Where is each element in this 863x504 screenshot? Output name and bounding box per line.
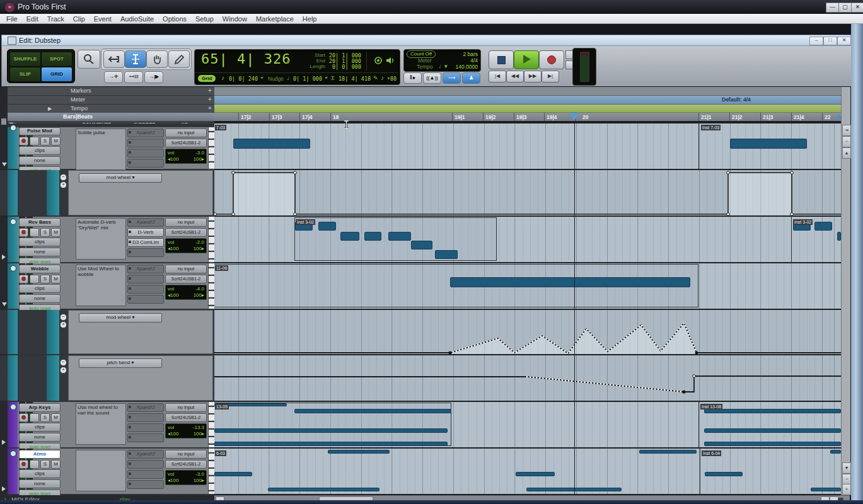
close-button[interactable]: ✕	[851, 3, 863, 13]
add-meter-button[interactable]: +	[208, 96, 212, 103]
track-lane-arp-keys[interactable]: 13-05 Inst 13-08	[214, 402, 841, 447]
link-timeline-edit-button[interactable]: ⊶⊟	[124, 71, 143, 83]
insert-slot[interactable]	[127, 149, 164, 158]
speaker-icon[interactable]	[385, 56, 394, 65]
grid-mode-button[interactable]: GRID	[41, 67, 72, 82]
clip-label[interactable]: 13-05	[215, 404, 229, 410]
output-selector[interactable]: Scrlt24USB1-2	[165, 228, 207, 237]
output-selector[interactable]: Scrlt24USB1-2	[165, 275, 207, 284]
lane-remove-button[interactable]: −	[60, 359, 67, 366]
zoom-in-vertical-button[interactable]: +	[842, 484, 851, 495]
solo-button[interactable]: S	[40, 275, 50, 284]
midi-note[interactable]	[450, 277, 690, 287]
output-selector[interactable]: Scrlt24USB1-2	[165, 413, 207, 422]
track-row-wobble[interactable]: Wobble S M clips none auto read Use Mod …	[0, 263, 214, 309]
insert-slot[interactable]	[127, 285, 164, 294]
input-monitor-button[interactable]	[30, 275, 39, 284]
bars-beats-ruler-header[interactable]: Bars|Beats	[0, 113, 214, 122]
solo-button[interactable]: S	[40, 413, 50, 422]
meter-ruler-band[interactable]: Default: 4/4	[214, 96, 850, 105]
midi-note[interactable]	[704, 428, 841, 433]
track-expand-icon[interactable]	[2, 163, 7, 166]
zoom-horizontal-button[interactable]: ⇥	[842, 125, 851, 136]
mod-wheel-automation-curve[interactable]	[214, 310, 841, 354]
pencil-tool-button[interactable]	[168, 50, 190, 68]
menu-event[interactable]: Event	[94, 15, 112, 23]
track-comments[interactable]: Use mod wheel to vari the sound	[76, 403, 126, 445]
velocity-value[interactable]: 80	[390, 76, 397, 82]
menu-edit[interactable]: Edit	[26, 15, 38, 23]
track-view-selector[interactable]: clips	[19, 469, 61, 478]
track-lane-wobble[interactable]: 11-06	[214, 263, 841, 309]
group-selector[interactable]: none	[19, 156, 61, 165]
midi-note[interactable]	[364, 232, 381, 241]
midi-note[interactable]	[328, 450, 390, 454]
insert-slot[interactable]	[127, 275, 164, 284]
clip-label[interactable]: Inst 6-04	[702, 450, 721, 456]
input-monitor-button[interactable]	[30, 413, 39, 422]
lane-remove-button[interactable]: −	[60, 314, 67, 321]
tempo-ruler-band[interactable]	[214, 105, 850, 113]
insert-slot[interactable]: Xpand!2	[127, 129, 164, 137]
grid-dropdown-icon[interactable]: ▼	[260, 76, 264, 80]
clip-label[interactable]: Inst 3-02	[793, 219, 813, 225]
fast-forward-button[interactable]: ▶▶	[524, 71, 542, 83]
insert-slot[interactable]	[127, 423, 164, 432]
track-row-atmo[interactable]: Atmo S M clips none auto read Xpand!2	[0, 449, 214, 494]
midi-note[interactable]	[214, 428, 448, 433]
output-meter-icon[interactable]	[374, 56, 383, 65]
menu-file[interactable]: File	[6, 15, 18, 23]
menu-window[interactable]: Window	[223, 15, 247, 23]
record-enable-button[interactable]	[19, 275, 28, 284]
track-name[interactable]: Atmo	[19, 450, 61, 459]
track-comments[interactable]: Subtle pulse	[76, 129, 126, 170]
pitch-bend-automation-curve[interactable]	[214, 355, 841, 401]
volume-display[interactable]: vol-2.0 ◂100100▸	[165, 238, 207, 253]
track-expand-icon[interactable]	[2, 255, 6, 260]
selector-tool-button[interactable]	[125, 50, 146, 68]
track-name[interactable]: Rev Bass	[19, 218, 61, 227]
return-to-zero-button[interactable]: |◀	[489, 71, 506, 83]
bars-beats-ruler-band[interactable]: 17|2 17|3 17|4 18 19|1 19|2 19|3 19|4 20…	[214, 113, 850, 122]
record-button[interactable]	[539, 50, 564, 69]
rewind-button[interactable]: ◀◀	[506, 71, 524, 83]
mute-button[interactable]: M	[51, 275, 61, 284]
insert-slot[interactable]: Xpand!2	[127, 450, 164, 459]
track-row-rev-bass[interactable]: Rev Bass S M clips none auto read Automa…	[0, 217, 214, 262]
insert-slot[interactable]	[127, 470, 164, 479]
stop-button[interactable]	[489, 50, 514, 69]
record-enable-button[interactable]	[19, 228, 28, 237]
midi-note[interactable]	[516, 472, 555, 476]
nudge-value[interactable]: 0| 1| 000	[293, 76, 322, 82]
input-monitor-button[interactable]	[30, 137, 39, 146]
markers-ruler-band[interactable]	[214, 87, 850, 96]
insert-slot[interactable]: Xpand!2	[127, 403, 164, 412]
insert-slot[interactable]	[127, 433, 164, 442]
edit-minimize-button[interactable]: –	[809, 37, 823, 45]
track-row-arp-keys[interactable]: Arp Keys S M clips none auto read Use mo…	[0, 402, 214, 447]
track-view-selector[interactable]: clips	[19, 423, 61, 432]
grid-note-icon[interactable]: ♪	[221, 74, 224, 81]
meter-default-marker[interactable]: Default: 4/4	[722, 96, 751, 103]
midi-note[interactable]	[388, 232, 411, 241]
output-selector[interactable]: Scrlt24USB1-2	[165, 139, 207, 147]
midi-note[interactable]	[704, 409, 841, 413]
track-name[interactable]: Wobble	[19, 265, 61, 273]
input-selector[interactable]: no input	[165, 403, 207, 412]
main-counter-dropdown-icon[interactable]: ▼	[286, 59, 291, 65]
tempo-value[interactable]: 140.0000	[456, 64, 478, 70]
main-counter-value[interactable]: 65| 4| 326	[201, 51, 291, 67]
clip-label[interactable]: Inst 3-02	[296, 219, 315, 225]
grid-value[interactable]: 0| 0| 240	[229, 76, 258, 82]
track-row-pulse-mod[interactable]: Pulse Mod S M clips none auto read Subtl…	[0, 127, 214, 169]
tempo-expand-icon[interactable]: ▶	[48, 106, 52, 112]
group-selector[interactable]: none	[19, 294, 61, 303]
lane-add-button[interactable]: +	[60, 321, 67, 328]
volume-display[interactable]: vol-3.0 ◂100100▸	[165, 149, 207, 164]
midi-note[interactable]	[811, 488, 841, 491]
midi-note[interactable]	[435, 250, 458, 259]
midi-note[interactable]	[214, 472, 252, 476]
wait-for-note-button[interactable]: Ⅱ●	[403, 72, 422, 84]
tempo-note-icon[interactable]: ♩▾	[439, 63, 448, 69]
automation-lane-pulse-mod-wheel[interactable]	[214, 170, 841, 215]
